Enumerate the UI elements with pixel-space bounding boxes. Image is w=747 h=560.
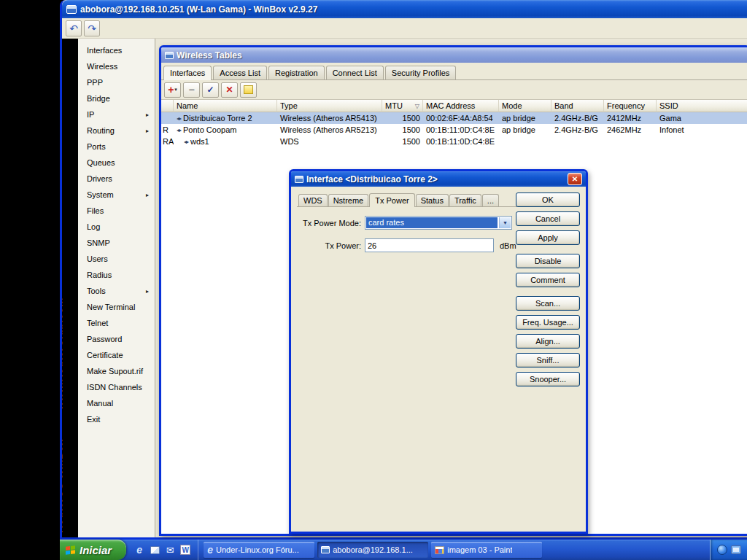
tab-overflow[interactable]: ... — [482, 194, 499, 206]
row-mtu: 1500 — [382, 112, 423, 124]
sidebar-item-manual[interactable]: Manual — [78, 395, 155, 411]
column-header-mode[interactable]: Mode — [499, 100, 551, 112]
taskbar: Iniciar e ✉ W e Under-Linux.org Fóru... … — [60, 540, 747, 560]
redo-button[interactable]: ↷ — [84, 20, 100, 36]
interface-icon: ◂▸ — [177, 127, 181, 133]
main-titlebar[interactable]: abobora@192.168.10.251 (W-Lan Gama) - Wi… — [62, 0, 747, 18]
row-mac-address: 00:1B:11:0D:C4:8E — [423, 124, 499, 136]
sidebar-item-exit[interactable]: Exit — [78, 411, 155, 427]
enable-button[interactable]: ✓ — [202, 82, 219, 98]
chevron-down-icon[interactable]: ▼ — [499, 217, 511, 228]
sidebar-item-users[interactable]: Users — [78, 251, 155, 267]
tray-display-icon[interactable] — [731, 545, 741, 554]
word-glyph: W — [180, 545, 190, 555]
tab-connect-list[interactable]: Connect List — [326, 66, 384, 79]
tab-status[interactable]: Status — [416, 194, 449, 206]
submenu-arrow-icon: ▸ — [146, 288, 149, 295]
dialog-buttons: OK Cancel Apply Disable Comment Scan... … — [516, 192, 580, 386]
sidebar-item-telnet[interactable]: Telnet — [78, 315, 155, 331]
tx-power-mode-select[interactable]: card rates ▼ — [365, 216, 512, 230]
scan-button[interactable]: Scan... — [516, 296, 580, 311]
sidebar-item-log[interactable]: Log — [78, 219, 155, 235]
tab-registration[interactable]: Registration — [268, 66, 325, 79]
sidebar-item-system[interactable]: System▸ — [78, 187, 155, 203]
remove-button[interactable]: − — [183, 82, 200, 98]
sidebar-item-tools[interactable]: Tools▸ — [78, 283, 155, 299]
tab-nstreme[interactable]: Nstreme — [328, 194, 369, 206]
wireless-tables-titlebar[interactable]: Wireless Tables — [161, 47, 747, 63]
tab-wds[interactable]: WDS — [298, 194, 328, 206]
undo-button[interactable]: ↶ — [66, 20, 82, 36]
comment-button[interactable] — [240, 82, 257, 98]
desktop-glyph — [150, 546, 160, 554]
sidebar-item-snmp[interactable]: SNMP — [78, 235, 155, 251]
sidebar-item-queues[interactable]: Queues — [78, 155, 155, 171]
row-flag: RA — [161, 136, 174, 147]
internet-explorer-icon[interactable]: e — [133, 544, 145, 556]
tab-interfaces[interactable]: Interfaces — [163, 66, 212, 80]
disable-button[interactable]: ✕ — [221, 82, 238, 98]
freq-usage-button[interactable]: Freq. Usage... — [516, 315, 580, 330]
tab-tx-power[interactable]: Tx Power — [369, 193, 414, 207]
taskbar-task-paint[interactable]: imagem 03 - Paint — [431, 542, 542, 558]
tray-network-icon[interactable] — [717, 545, 727, 555]
column-header-flags[interactable] — [161, 100, 174, 112]
taskbar-task-winbox[interactable]: abobora@192.168.1... — [317, 542, 428, 558]
outlook-express-icon[interactable]: ✉ — [164, 544, 176, 556]
sidebar-item-bridge[interactable]: Bridge — [78, 90, 155, 106]
sidebar-item-routing[interactable]: Routing▸ — [78, 122, 155, 139]
menu-label: IP — [87, 110, 94, 119]
sidebar-item-make-supout[interactable]: Make Supout.rif — [78, 363, 155, 379]
comment-button[interactable]: Comment — [516, 273, 580, 287]
column-header-ssid[interactable]: SSID — [657, 100, 747, 112]
sidebar-item-radius[interactable]: Radius — [78, 267, 155, 283]
tx-power-input[interactable] — [365, 238, 494, 252]
row-ssid — [657, 136, 747, 147]
sidebar-item-files[interactable]: Files — [78, 203, 155, 219]
table-row-distribuicao-torre-2[interactable]: ◂▸ Distribuicao Torre 2 Wireless (Athero… — [161, 112, 747, 124]
table-row-wds1[interactable]: RA ◂▸ wds1 WDS 1500 00:1B:11:0D:C4:8E — [161, 136, 747, 147]
column-header-mac-address[interactable]: MAC Address — [423, 100, 499, 112]
show-desktop-icon[interactable] — [149, 544, 160, 556]
sidebar-item-new-terminal[interactable]: New Terminal — [78, 299, 155, 315]
sidebar-item-wireless[interactable]: Wireless — [78, 58, 155, 74]
sidebar-item-password[interactable]: Password — [78, 331, 155, 347]
menu-label: Drivers — [87, 174, 112, 183]
align-button[interactable]: Align... — [516, 334, 580, 349]
window-title: abobora@192.168.10.251 (W-Lan Gama) - Wi… — [80, 4, 317, 15]
sidebar-item-ports[interactable]: Ports — [78, 139, 155, 155]
taskbar-task-underlinux[interactable]: e Under-Linux.org Fóru... — [204, 542, 314, 558]
snooper-button[interactable]: Snooper... — [516, 372, 580, 386]
menu-label: Ports — [87, 142, 106, 151]
apply-button[interactable]: Apply — [516, 230, 580, 245]
tab-security-profiles[interactable]: Security Profiles — [385, 66, 456, 79]
sniff-button[interactable]: Sniff... — [516, 353, 580, 368]
tab-traffic[interactable]: Traffic — [449, 194, 481, 206]
sidebar-menu: Interfaces Wireless PPP Bridge IP▸ Routi… — [78, 39, 155, 537]
sidebar-item-isdn-channels[interactable]: ISDN Channels — [78, 379, 155, 395]
ok-button[interactable]: OK — [516, 192, 580, 207]
column-header-mtu[interactable]: MTU ▽ — [382, 100, 423, 112]
column-header-band[interactable]: Band — [551, 100, 604, 112]
disable-button[interactable]: Disable — [516, 254, 580, 268]
start-button[interactable]: Iniciar — [60, 540, 126, 560]
sidebar-item-ppp[interactable]: PPP — [78, 74, 155, 90]
sidebar-item-certificate[interactable]: Certificate — [78, 347, 155, 363]
column-header-type[interactable]: Type — [277, 100, 382, 112]
enable-check-icon: ✓ — [206, 85, 214, 94]
sidebar-item-drivers[interactable]: Drivers — [78, 171, 155, 187]
menu-label: Bridge — [87, 94, 110, 103]
word-icon[interactable]: W — [179, 544, 191, 556]
window-icon — [165, 52, 174, 59]
column-header-name[interactable]: Name — [174, 100, 277, 112]
dialog-titlebar[interactable]: Interface <Distribuicao Torre 2> ✕ — [291, 171, 586, 187]
sidebar-item-ip[interactable]: IP▸ — [78, 106, 155, 122]
table-row-ponto-coopam[interactable]: R ◂▸ Ponto Coopam Wireless (Atheros AR52… — [161, 124, 747, 136]
sidebar-item-interfaces[interactable]: Interfaces — [78, 42, 155, 58]
close-button[interactable]: ✕ — [568, 173, 582, 185]
cancel-button[interactable]: Cancel — [516, 211, 580, 226]
windows-logo-icon — [66, 545, 75, 554]
tab-access-list[interactable]: Access List — [213, 66, 267, 79]
add-button[interactable]: + ▾ — [164, 82, 181, 98]
column-header-frequency[interactable]: Frequency — [604, 100, 657, 112]
